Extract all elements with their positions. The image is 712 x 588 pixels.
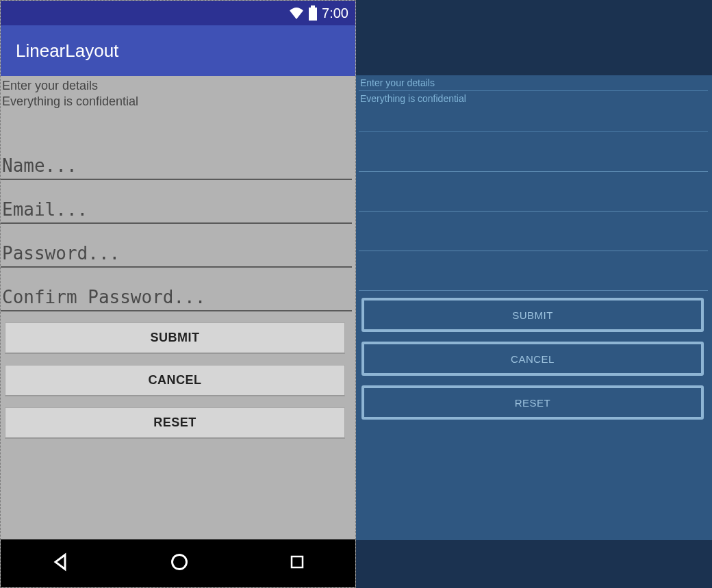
home-icon[interactable]	[170, 552, 189, 574]
confirm-password-field[interactable]	[1, 283, 352, 311]
cancel-button[interactable]: CANCEL	[5, 365, 345, 396]
status-bar: 7:00	[1, 1, 355, 25]
password-field[interactable]	[1, 239, 352, 268]
form-content: Enter your details Everything is confide…	[1, 76, 355, 539]
button-group: SUBMIT CANCEL RESET	[1, 320, 352, 450]
app-bar: LinearLayout	[1, 25, 355, 76]
intro-line-1: Enter your details	[1, 79, 352, 94]
reset-button[interactable]: RESET	[5, 407, 345, 439]
svg-rect-1	[311, 5, 315, 8]
blueprint-confirm-password-field[interactable]	[359, 251, 708, 291]
battery-icon	[308, 5, 318, 21]
blueprint-content: Enter your details Everything is confide…	[356, 75, 712, 540]
back-icon[interactable]	[51, 552, 70, 574]
device-frame: 7:00 LinearLayout Enter your details Eve…	[0, 0, 356, 588]
blueprint-cancel-button[interactable]: CANCEL	[361, 342, 704, 376]
blueprint-navigation-bar	[356, 540, 712, 588]
blueprint-pane: Enter your details Everything is confide…	[356, 0, 712, 588]
submit-button[interactable]: SUBMIT	[5, 322, 345, 354]
blueprint-button-group: SUBMIT CANCEL RESET	[359, 291, 708, 429]
blueprint-email-field[interactable]	[359, 172, 708, 212]
blueprint-status-bar	[356, 0, 712, 25]
spacer	[1, 110, 352, 144]
email-field[interactable]	[1, 195, 352, 224]
app-bar-title: LinearLayout	[16, 40, 118, 62]
blueprint-submit-button[interactable]: SUBMIT	[361, 298, 704, 332]
blueprint-reset-button[interactable]: RESET	[361, 385, 704, 420]
blueprint-intro-line-2: Everything is confidential	[359, 91, 708, 132]
svg-point-2	[173, 555, 187, 570]
name-field[interactable]	[1, 151, 352, 180]
blueprint-intro-line-1: Enter your details	[359, 75, 708, 91]
svg-rect-3	[292, 557, 303, 567]
wifi-icon	[289, 7, 304, 19]
intro-line-2: Everything is confidential	[1, 94, 352, 110]
blueprint-password-field[interactable]	[359, 212, 708, 251]
design-preview-pane: 7:00 LinearLayout Enter your details Eve…	[0, 0, 356, 588]
svg-rect-0	[309, 8, 317, 21]
status-clock: 7:00	[322, 5, 348, 21]
recents-icon[interactable]	[289, 554, 305, 573]
blueprint-app-bar	[356, 25, 712, 75]
navigation-bar	[1, 539, 355, 587]
blueprint-name-field[interactable]	[359, 132, 708, 172]
